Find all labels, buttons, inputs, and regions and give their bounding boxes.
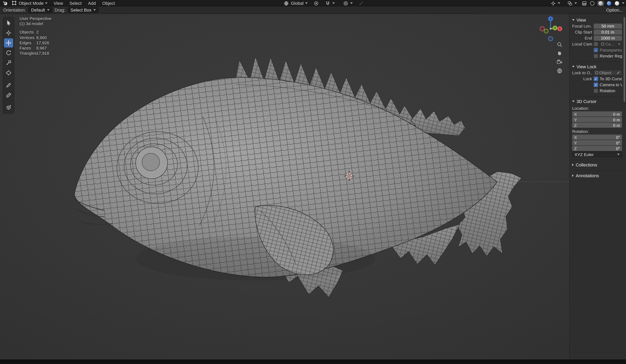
cursor-rotation-z-field[interactable]: Z 0° (572, 146, 622, 151)
blender-window: Object Mode View Select Add Object Globa… (0, 0, 626, 364)
zoom-icon[interactable] (557, 41, 563, 47)
tool-move[interactable] (4, 38, 13, 47)
drag-setting-label: Drag: (54, 8, 65, 12)
tool-scale[interactable] (4, 58, 13, 67)
axis-z-neg-ball[interactable] (548, 37, 553, 41)
chevron-down-icon (47, 9, 49, 11)
transform-tool-icon (5, 70, 12, 76)
panel-collections-header[interactable]: Collections (572, 161, 622, 168)
show-gizmo-dropdown[interactable] (548, 0, 563, 6)
show-overlays-dropdown[interactable] (565, 0, 579, 6)
lock-label: Lock (572, 76, 592, 81)
menu-view[interactable]: View (51, 0, 66, 6)
camera-to-view-checkbox[interactable] (594, 82, 598, 87)
tool-select-box[interactable] (4, 18, 13, 28)
eyedropper-icon[interactable] (616, 71, 621, 75)
clear-icon[interactable]: × (618, 42, 621, 46)
falloff-icon[interactable] (358, 0, 364, 6)
chevron-down-icon (93, 9, 96, 11)
tool-cursor[interactable] (4, 28, 13, 38)
orthographic-grid-icon[interactable] (557, 68, 563, 74)
options-button[interactable]: Option... (606, 8, 623, 12)
orientation-setting-value: Default (31, 8, 45, 12)
local-camera-field[interactable]: Ca... × (600, 41, 622, 47)
tool-add-cube[interactable] (4, 103, 13, 112)
camera-view-icon[interactable] (557, 59, 563, 65)
lock-rotation-checkbox[interactable] (594, 88, 598, 93)
rotation-mode-dropdown[interactable]: XYZ Euler (572, 152, 622, 157)
panel-view-lock-header[interactable]: View Lock (572, 63, 622, 70)
cursor-rotation-x-field[interactable]: X 0° (572, 134, 622, 140)
cursor-location-z-field[interactable]: Z 0 m (572, 122, 622, 128)
panel-3d-cursor-title: 3D Cursor (577, 99, 596, 104)
axis-x-neg-ball[interactable] (540, 27, 545, 31)
drag-setting-dropdown[interactable]: Select Box (68, 7, 99, 13)
shading-material-icon[interactable] (606, 0, 612, 6)
cursor-location-y-field[interactable]: Y 0 m (572, 117, 622, 122)
panel-view: View Focal Len... 50 mm Clip Start 0.01 … (572, 15, 622, 62)
panel-annotations-header[interactable]: Annotations (572, 172, 622, 179)
local-camera-checkbox[interactable] (594, 42, 598, 46)
chevron-down-icon (617, 154, 620, 155)
local-camera-label: Local Cam... (572, 41, 592, 46)
shading-solid-selected[interactable] (597, 0, 604, 6)
gizmo-center-dot (550, 28, 551, 30)
tool-rotate[interactable] (4, 48, 13, 57)
panel-3d-cursor-header[interactable]: 3D Cursor (572, 98, 622, 105)
mode-label: Object Mode (19, 0, 44, 5)
object-mode-icon (11, 0, 17, 6)
clip-start-field[interactable]: 0.01 m (594, 29, 622, 35)
tool-measure[interactable] (4, 91, 13, 100)
xray-toggle-icon[interactable] (581, 0, 587, 6)
header-menubar: Object Mode View Select Add Object Globa… (0, 0, 626, 6)
transform-orientation-dropdown[interactable]: Global (281, 0, 310, 6)
globe-icon (283, 0, 289, 6)
annotate-icon (5, 82, 12, 88)
proportional-editing-dropdown[interactable] (340, 0, 355, 6)
shading-rendered-icon[interactable] (614, 0, 620, 6)
drag-setting-value: Select Box (70, 8, 91, 12)
panel-view-header[interactable]: View (572, 16, 622, 23)
tool-settings-bar: Orientation: Default Drag: Select Box Op… (0, 6, 626, 14)
cursor-rotation-y-field[interactable]: Y 0° (572, 140, 622, 145)
menu-object[interactable]: Object (99, 0, 118, 6)
render-region-checkbox[interactable] (594, 54, 598, 58)
cursor-rotation-label: Rotation: (572, 129, 622, 134)
navigation-gizmo[interactable]: Z Y X (539, 14, 564, 44)
panel-collections: Collections (572, 160, 622, 171)
clip-end-field[interactable]: 1000 m (594, 35, 622, 40)
local-camera-value: Ca... (605, 41, 617, 46)
axis-y-neg-ball[interactable] (544, 29, 548, 33)
axis-y-label: Y (554, 26, 556, 30)
object-data-icon (595, 71, 598, 74)
lock-to-object-field[interactable]: Object (594, 70, 622, 76)
mode-selector[interactable]: Object Mode (9, 0, 50, 6)
select-box-icon (5, 20, 12, 26)
menu-add[interactable]: Add (85, 0, 99, 6)
blender-logo-icon[interactable] (2, 0, 8, 6)
panel-annotations-title: Annotations (576, 173, 599, 178)
lock-to-object-label: Lock to O... (572, 70, 592, 75)
pivot-point-icon[interactable] (313, 0, 319, 6)
rotate-tool-icon (5, 50, 12, 56)
belly-shade (136, 237, 375, 281)
cursor-location-x-field[interactable]: X 0 m (572, 111, 622, 117)
chevron-down-icon (558, 2, 560, 4)
lock-to-3d-cursor-checkbox[interactable] (594, 77, 598, 81)
shading-dropdown-icon[interactable] (622, 2, 625, 4)
menu-select[interactable]: Select (67, 0, 84, 6)
focal-length-field[interactable]: 50 mm (594, 23, 622, 29)
snap-dropdown[interactable] (322, 0, 337, 6)
tool-annotate[interactable] (4, 81, 13, 90)
chevron-down-icon (332, 2, 335, 4)
shading-solid-icon (598, 1, 603, 5)
orientation-setting-dropdown[interactable]: Default (28, 7, 52, 13)
sidebar-scrollbar[interactable] (624, 17, 625, 102)
proportional-editing-icon (343, 0, 349, 6)
fish-mesh-object[interactable] (74, 57, 521, 297)
passepartout-checkbox[interactable] (594, 48, 598, 52)
tool-transform[interactable] (4, 68, 13, 78)
shading-wireframe-icon[interactable] (589, 0, 595, 6)
pan-hand-icon[interactable] (557, 50, 563, 56)
viewport-canvas[interactable] (0, 0, 626, 364)
